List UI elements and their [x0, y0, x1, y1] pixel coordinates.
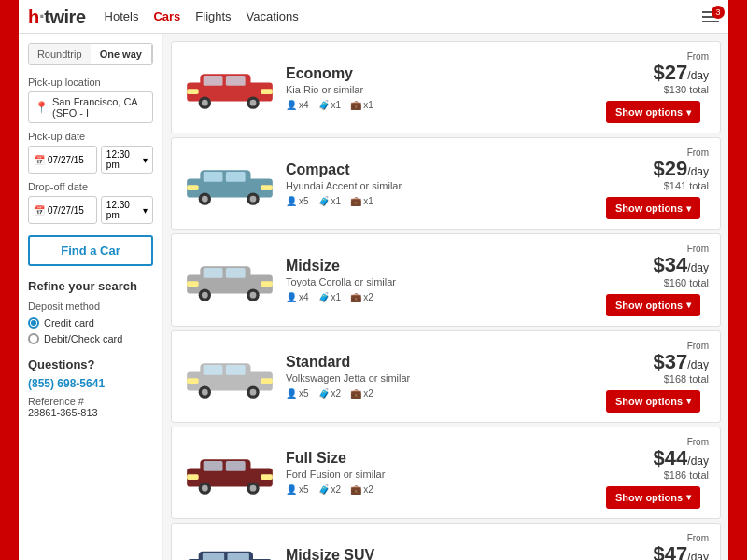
car-type: Economy: [286, 65, 597, 82]
svg-rect-19: [261, 185, 273, 190]
person-icon: 👤: [286, 196, 297, 206]
pickup-time-value: 12:30 pm: [106, 149, 141, 170]
car-features: 👤 x4 🧳 x1 💼 x1: [286, 100, 597, 110]
small-bags-count: x2: [331, 484, 342, 495]
svg-rect-9: [261, 89, 273, 94]
dropoff-time-chevron-icon: ▾: [143, 205, 148, 216]
chevron-down-icon: ▾: [686, 107, 691, 118]
chevron-down-icon: ▾: [686, 300, 691, 310]
price-per-day: $34/day: [606, 254, 709, 276]
price-per-day: $29/day: [606, 158, 709, 180]
reference-label: Reference #: [28, 396, 153, 407]
logo: h·twire: [28, 5, 86, 29]
credit-card-label: Credit card: [44, 317, 94, 329]
chevron-down-icon: ▾: [686, 492, 691, 502]
nav-hotels[interactable]: Hotels: [105, 9, 139, 23]
car-similar: Kia Rio or similar: [286, 84, 597, 95]
small-bags-info: 🧳 x1: [318, 196, 342, 206]
svg-rect-47: [226, 461, 246, 471]
debit-card-radio[interactable]: [28, 333, 39, 344]
person-icon: 👤: [286, 484, 297, 495]
trip-type-tabs: Roundtrip One way: [28, 43, 153, 65]
car-features: 👤 x4 🧳 x1 💼 x2: [286, 292, 597, 302]
car-image: [183, 348, 276, 404]
svg-rect-16: [204, 172, 223, 182]
from-label: From: [606, 341, 709, 351]
large-bags-info: 💼 x1: [350, 100, 374, 110]
dropoff-date-label: Drop-off date: [28, 181, 153, 192]
svg-rect-49: [261, 474, 273, 480]
price-per-day: $44/day: [606, 447, 709, 469]
chevron-down-icon: ▾: [686, 203, 691, 214]
tab-roundtrip[interactable]: Roundtrip: [29, 44, 91, 64]
large-bag-icon: 💼: [350, 388, 361, 399]
seats-info: 👤 x4: [286, 100, 309, 110]
seats-info: 👤 x5: [286, 484, 309, 495]
svg-rect-36: [204, 365, 223, 375]
svg-rect-18: [187, 185, 199, 190]
logo-text: h·twire: [28, 5, 86, 29]
price-area: From $29/day $141 total Show options ▾: [606, 147, 709, 219]
car-type: Midsize SUV: [286, 547, 597, 560]
credit-card-option[interactable]: Credit card: [28, 317, 153, 329]
debit-card-option[interactable]: Debit/Check card: [28, 333, 153, 344]
car-card: Midsize SUV Toyota RAV4 or similar 👤 x5 …: [171, 523, 721, 560]
svg-rect-29: [261, 282, 273, 287]
svg-rect-37: [226, 365, 246, 375]
large-bags-count: x1: [363, 196, 374, 206]
car-card: Full Size Ford Fusion or similar 👤 x5 🧳 …: [171, 427, 721, 519]
price-total: $141 total: [606, 180, 709, 191]
small-bag-icon: 🧳: [318, 196, 330, 206]
dropoff-date-input[interactable]: 📅 07/27/15: [28, 196, 97, 224]
nav-cars[interactable]: Cars: [153, 9, 180, 23]
car-info: Full Size Ford Fusion or similar 👤 x5 🧳 …: [286, 450, 597, 495]
show-options-button[interactable]: Show options ▾: [606, 486, 700, 509]
phone-number[interactable]: (855) 698-5641: [28, 377, 153, 390]
show-options-button[interactable]: Show options ▾: [606, 197, 700, 219]
pickup-time-input[interactable]: 12:30 pm ▾: [101, 146, 153, 174]
person-icon: 👤: [286, 388, 297, 399]
person-icon: 👤: [286, 100, 297, 110]
price-area: From $47/day $192 total Show options ▾: [606, 533, 709, 560]
pickup-date-input[interactable]: 📅 07/27/15: [28, 146, 97, 174]
pickup-location-label: Pick-up location: [28, 77, 153, 88]
show-options-button[interactable]: Show options ▾: [606, 390, 700, 413]
tab-one-way[interactable]: One way: [91, 44, 153, 64]
location-pin-icon: 📍: [35, 101, 49, 114]
svg-rect-28: [187, 282, 199, 287]
credit-card-radio[interactable]: [28, 317, 39, 329]
small-bags-count: x1: [331, 292, 342, 302]
svg-rect-38: [187, 378, 199, 384]
person-icon: 👤: [286, 292, 297, 302]
pickup-date-value: 07/27/15: [48, 155, 84, 165]
svg-point-5: [250, 100, 257, 106]
car-image: [183, 252, 276, 308]
svg-point-33: [202, 388, 208, 395]
large-bags-info: 💼 x2: [350, 388, 374, 399]
car-similar: Toyota Corolla or similar: [286, 276, 597, 287]
questions-title: Questions?: [28, 357, 153, 371]
show-options-button[interactable]: Show options ▾: [606, 101, 700, 123]
large-bags-info: 💼 x2: [350, 484, 374, 495]
svg-point-45: [250, 485, 257, 492]
price-per-day: $27/day: [606, 62, 709, 84]
car-card: Midsize Toyota Corolla or similar 👤 x4 🧳…: [171, 233, 721, 326]
car-type: Standard: [286, 354, 597, 371]
large-bags-count: x2: [363, 484, 374, 495]
dropoff-time-input[interactable]: 12:30 pm ▾: [101, 196, 153, 224]
svg-rect-17: [226, 172, 246, 182]
nav-flights[interactable]: Flights: [195, 9, 231, 23]
car-image: [183, 156, 276, 212]
small-bags-info: 🧳 x1: [318, 292, 342, 302]
nav-vacations[interactable]: Vacations: [247, 9, 299, 23]
small-bags-count: x1: [331, 196, 342, 206]
car-type: Compact: [286, 161, 597, 178]
svg-point-15: [250, 196, 257, 203]
svg-point-23: [202, 292, 208, 299]
car-card: Compact Hyundai Accent or similar 👤 x5 🧳…: [171, 137, 721, 230]
find-car-button[interactable]: Find a Car: [28, 235, 153, 266]
pickup-location-input[interactable]: 📍 San Francisco, CA (SFO - I: [28, 91, 153, 123]
menu-button[interactable]: 3: [702, 11, 719, 22]
price-area: From $37/day $168 total Show options ▾: [606, 341, 709, 413]
show-options-button[interactable]: Show options ▾: [606, 294, 700, 316]
